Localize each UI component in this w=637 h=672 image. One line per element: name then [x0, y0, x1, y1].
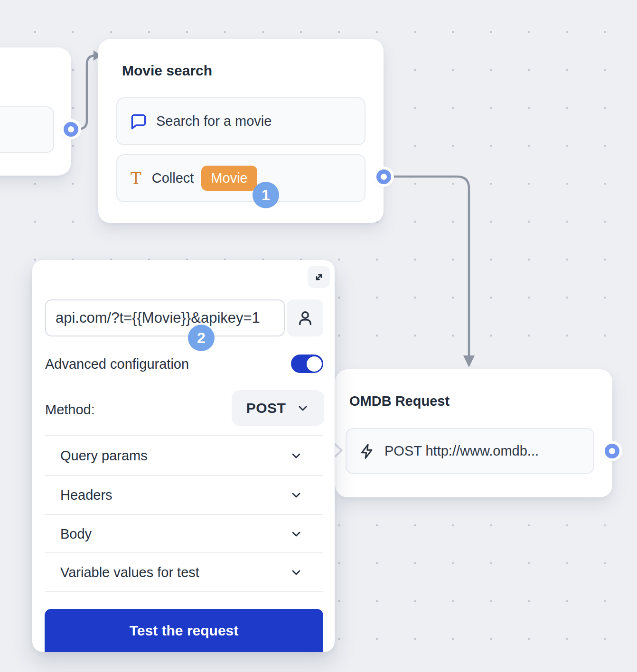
chevron-down-icon	[290, 449, 303, 462]
node-card-partial[interactable]	[0, 47, 71, 176]
webhook-config-panel: api.com/?t={{Movie}}&apikey=1 Advanced c…	[32, 260, 335, 652]
item-label: Collect	[152, 170, 194, 186]
variable-chip[interactable]: Movie	[201, 166, 257, 191]
section-label: Query params	[60, 448, 148, 464]
chevron-down-icon	[296, 401, 309, 415]
chat-bubble-icon	[131, 113, 147, 130]
node-card-movie-search[interactable]: Movie search Search for a movie T Collec…	[98, 39, 384, 223]
section-query-params[interactable]: Query params	[45, 437, 323, 475]
node-item-send-message[interactable]: Search for a movie	[116, 97, 365, 145]
divider	[45, 435, 323, 436]
lightning-icon	[359, 443, 375, 459]
method-select-value: POST	[246, 400, 286, 416]
user-variable-button[interactable]	[287, 299, 323, 336]
method-select[interactable]: POST	[232, 390, 324, 426]
divider	[45, 591, 323, 592]
node-card-omdb-request[interactable]: OMDB Request POST http://www.omdb...	[335, 369, 612, 497]
user-icon	[297, 309, 314, 327]
item-label: Search for a movie	[156, 113, 272, 129]
partial-node-item[interactable]	[0, 106, 54, 153]
node-item-webhook[interactable]: POST http://www.omdb...	[346, 428, 594, 474]
section-label: Body	[60, 526, 92, 542]
chevron-down-icon	[290, 488, 303, 502]
url-input-value: api.com/?t={{Movie}}&apikey=1	[56, 309, 260, 327]
output-port[interactable]	[64, 122, 78, 137]
text-input-icon: T	[131, 169, 141, 188]
url-input[interactable]: api.com/?t={{Movie}}&apikey=1	[45, 299, 285, 336]
advanced-configuration-toggle[interactable]	[291, 355, 323, 373]
chevron-down-icon	[290, 527, 303, 541]
toggle-knob	[307, 356, 322, 372]
chevron-down-icon	[290, 566, 303, 579]
flow-canvas: { "colors": { "canvas_bg": "#edeff3", "g…	[0, 0, 637, 672]
item-label: POST http://www.omdb...	[384, 443, 539, 459]
section-body[interactable]: Body	[45, 515, 323, 553]
step-badge-2: 2	[188, 325, 215, 351]
node-title: OMDB Request	[349, 393, 450, 409]
node-item-collect-variable[interactable]: T Collect Movie	[116, 154, 365, 202]
section-variable-values[interactable]: Variable values for test	[45, 553, 323, 591]
method-label: Method:	[45, 402, 95, 418]
advanced-configuration-label: Advanced configuration	[45, 356, 189, 372]
expand-button[interactable]	[308, 266, 330, 288]
section-headers[interactable]: Headers	[45, 476, 323, 514]
test-request-button[interactable]: Test the request	[45, 609, 323, 652]
section-label: Headers	[60, 487, 112, 503]
step-badge-1: 1	[253, 182, 279, 208]
movie-search-output-port[interactable]	[376, 169, 391, 184]
section-label: Variable values for test	[60, 565, 199, 580]
omdb-output-port[interactable]	[605, 444, 619, 458]
expand-icon	[313, 271, 325, 283]
node-title: Movie search	[122, 63, 212, 79]
